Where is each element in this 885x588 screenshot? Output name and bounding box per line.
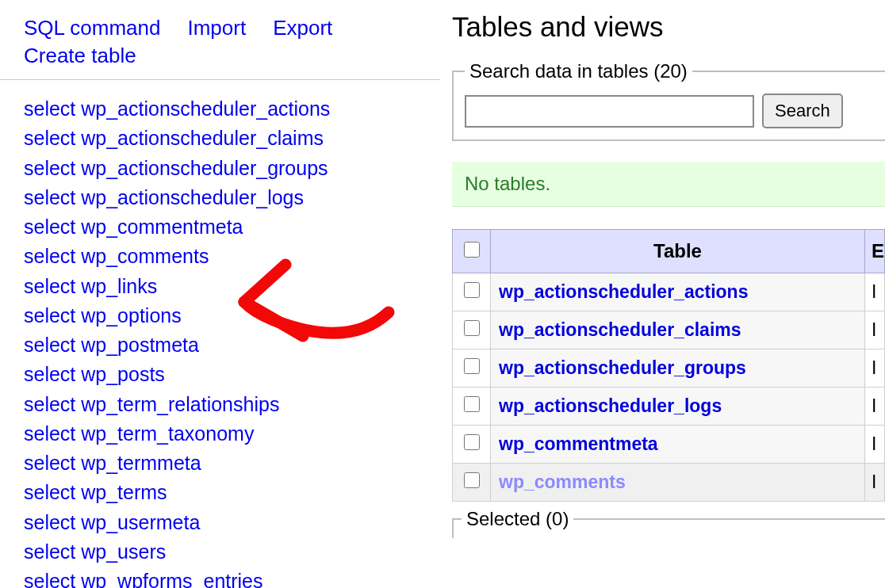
selected-legend: Selected (0) [462, 508, 573, 530]
import-link[interactable]: Import [187, 14, 246, 42]
sidebar-table-list: select wp_actionscheduler_actions select… [24, 94, 452, 588]
table-row: wp_actionscheduler_groups I [453, 349, 885, 388]
sidebar-table-link[interactable]: select wp_usermeta [24, 508, 452, 537]
table-row: wp_actionscheduler_actions I [453, 273, 885, 311]
table-link[interactable]: wp_comments [499, 472, 626, 492]
sidebar-table-link[interactable]: select wp_actionscheduler_claims [24, 124, 452, 153]
sidebar-table-link[interactable]: select wp_wpforms_entries [24, 567, 452, 588]
sidebar-table-link[interactable]: select wp_commentmeta [24, 212, 452, 242]
sidebar-table-link[interactable]: select wp_terms [24, 478, 452, 507]
table-link[interactable]: wp_actionscheduler_groups [499, 357, 746, 378]
sidebar-table-link[interactable]: select wp_term_relationships [24, 390, 452, 419]
page-title: Tables and views [452, 11, 885, 43]
sidebar-table-link[interactable]: select wp_links [24, 272, 452, 301]
search-input[interactable] [465, 95, 754, 128]
table-row: wp_actionscheduler_claims I [453, 311, 885, 349]
notice-no-tables: No tables. [452, 162, 885, 207]
sidebar-table-link[interactable]: select wp_actionscheduler_groups [24, 154, 452, 183]
sidebar-table-link[interactable]: select wp_term_taxonomy [24, 419, 452, 449]
table-link[interactable]: wp_actionscheduler_claims [499, 319, 741, 340]
table-row: wp_comments I [453, 464, 885, 502]
sidebar-table-link[interactable]: select wp_termmeta [24, 449, 452, 478]
table-link[interactable]: wp_actionscheduler_actions [499, 281, 748, 302]
search-legend: Search data in tables (20) [465, 60, 692, 82]
sidebar-table-link[interactable]: select wp_posts [24, 360, 452, 389]
engine-cell: I [864, 388, 884, 426]
row-checkbox[interactable] [464, 472, 480, 488]
engine-cell: I [864, 426, 884, 464]
search-fieldset: Search data in tables (20) Search [452, 60, 885, 141]
sidebar-table-link[interactable]: select wp_postmeta [24, 330, 452, 360]
col-engine: E [864, 230, 884, 273]
row-checkbox[interactable] [464, 320, 480, 336]
engine-cell: I [864, 464, 884, 502]
engine-cell: I [864, 349, 884, 388]
table-row: wp_commentmeta I [453, 426, 885, 464]
divider [0, 79, 440, 80]
sidebar-table-link[interactable]: select wp_actionscheduler_logs [24, 183, 452, 212]
row-checkbox[interactable] [464, 358, 480, 374]
sidebar-table-link[interactable]: select wp_comments [24, 242, 452, 271]
table-row: wp_actionscheduler_logs I [453, 388, 885, 426]
sidebar-table-link[interactable]: select wp_options [24, 301, 452, 330]
tables-list: Table E wp_actionscheduler_actions I wp_… [452, 229, 885, 502]
row-checkbox[interactable] [464, 282, 480, 298]
row-checkbox[interactable] [464, 396, 480, 412]
select-all-checkbox[interactable] [464, 242, 480, 258]
engine-cell: I [864, 311, 884, 349]
search-button[interactable]: Search [762, 94, 843, 128]
col-checkbox [453, 230, 491, 273]
create-table-link[interactable]: Create table [24, 42, 136, 70]
sql-command-link[interactable]: SQL command [24, 14, 160, 42]
col-table: Table [491, 230, 865, 273]
sidebar-table-link[interactable]: select wp_actionscheduler_actions [24, 94, 452, 124]
table-link[interactable]: wp_commentmeta [499, 433, 658, 454]
selected-fieldset: Selected (0) [452, 508, 885, 538]
table-link[interactable]: wp_actionscheduler_logs [499, 395, 722, 416]
row-checkbox[interactable] [464, 434, 480, 450]
engine-cell: I [864, 273, 884, 311]
export-link[interactable]: Export [273, 14, 332, 42]
sidebar-table-link[interactable]: select wp_users [24, 537, 452, 567]
